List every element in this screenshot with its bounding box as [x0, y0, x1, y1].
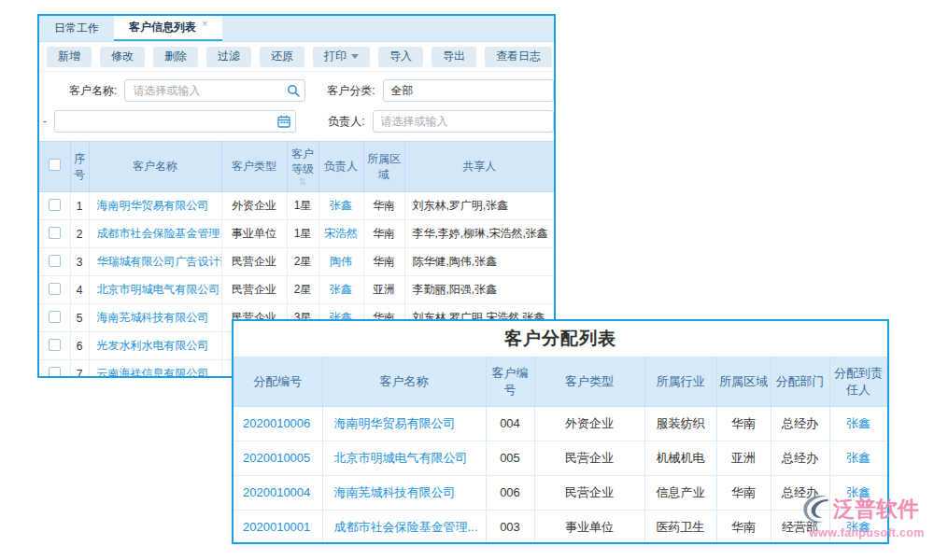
tab-bar: 日常工作 客户信息列表 ×	[39, 16, 554, 42]
region: 华南	[363, 192, 404, 220]
date-input[interactable]	[54, 110, 296, 133]
table-header-row: 序号 客户名称 客户类型 客户等级⇅ 负责人 所属区域 共享人	[39, 142, 554, 192]
customer-name-link[interactable]: 海南芜城科技有限公司	[97, 311, 209, 324]
allocation-id-link[interactable]: 2020010006	[243, 416, 310, 430]
tab-customer-info-list[interactable]: 客户信息列表 ×	[114, 16, 222, 41]
col-customer-level: 客户等级⇅	[287, 142, 318, 192]
customer-name-link[interactable]: 北京市明城电气有限公司	[334, 451, 468, 465]
search-area: 客户名称: 客户分类: -	[39, 72, 554, 133]
allocation-row: 2020010005 北京市明城电气有限公司 005 民营企业 机械机电 亚洲 …	[234, 441, 887, 475]
table-row: 1 海南明华贸易有限公司 外资企业 1星 张鑫 华南 刘东林,罗广明,张鑫	[39, 192, 554, 220]
row-checkbox[interactable]	[49, 199, 61, 211]
region: 华南	[363, 248, 404, 276]
region: 华南	[363, 220, 404, 248]
assignee-link[interactable]: 张鑫	[846, 451, 870, 465]
watermark: 泛普软件 www.fanpusoft.com	[800, 492, 934, 539]
col-shared: 共享人	[404, 142, 554, 192]
owner-link[interactable]: 张鑫	[330, 199, 352, 212]
owner-link[interactable]: 张鑫	[330, 283, 352, 296]
search-icon[interactable]	[287, 84, 300, 97]
customer-code: 004	[486, 406, 534, 441]
region: 亚洲	[716, 441, 771, 475]
owner-link[interactable]: 陶伟	[330, 255, 352, 268]
row-checkbox[interactable]	[49, 311, 61, 323]
region: 华南	[716, 510, 771, 544]
filter-button[interactable]: 过滤	[206, 47, 251, 67]
region: 华南	[716, 406, 771, 441]
customer-level: 1星	[287, 192, 318, 220]
col-allocation-id: 分配编号	[234, 357, 322, 406]
customer-name-link[interactable]: 云南海祥信息有限公司	[97, 367, 209, 378]
close-icon[interactable]: ×	[202, 18, 207, 29]
tab-daily-work[interactable]: 日常工作	[39, 16, 114, 41]
allocation-header-row: 分配编号 客户名称 客户编号 客户类型 所属行业 所属区域 分配部门 分配到责任…	[234, 357, 887, 406]
customer-type: 民营企业	[534, 441, 644, 475]
assignee-link[interactable]: 张鑫	[846, 416, 870, 430]
print-button[interactable]: 打印	[313, 47, 370, 67]
customer-type: 事业单位	[221, 220, 287, 248]
restore-button[interactable]: 还原	[260, 47, 304, 67]
customer-level: 2星	[287, 276, 318, 304]
customer-name-link[interactable]: 成都市社会保险基金管理...	[334, 520, 478, 534]
customer-category-label: 客户分类:	[324, 83, 375, 99]
allocation-id-link[interactable]: 2020010001	[243, 520, 310, 534]
import-button[interactable]: 导入	[378, 47, 423, 67]
industry: 信息产业	[644, 475, 716, 510]
allocation-row: 2020010004 海南芜城科技有限公司 006 民营企业 信息产业 华南 总…	[234, 475, 887, 510]
shared-people: 李华,李婷,柳琳,宋浩然,张鑫	[404, 220, 554, 248]
tab-label: 客户信息列表	[129, 20, 196, 35]
allocation-row: 2020010006 海南明华贸易有限公司 004 外资企业 服装纺织 华南 总…	[234, 406, 887, 441]
allocation-table: 分配编号 客户名称 客户编号 客户类型 所属行业 所属区域 分配部门 分配到责任…	[234, 357, 888, 544]
export-button[interactable]: 导出	[432, 47, 476, 67]
industry: 服装纺织	[644, 406, 716, 441]
customer-name-input[interactable]	[124, 79, 305, 102]
customer-code: 003	[486, 510, 534, 544]
region: 亚洲	[363, 276, 404, 304]
col-customer-code: 客户编号	[486, 357, 534, 406]
edit-button[interactable]: 修改	[100, 47, 145, 67]
customer-name-link[interactable]: 海南明华贸易有限公司	[97, 199, 209, 212]
customer-name-link[interactable]: 海南芜城科技有限公司	[334, 485, 456, 499]
select-all-checkbox[interactable]	[49, 159, 61, 171]
row-checkbox[interactable]	[49, 227, 61, 239]
row-checkbox[interactable]	[49, 339, 61, 351]
allocation-panel-title: 客户分配列表	[234, 321, 887, 357]
owner-input[interactable]	[373, 110, 554, 133]
chevron-down-icon	[351, 54, 359, 59]
customer-category-select[interactable]	[383, 79, 554, 102]
industry: 机械机电	[644, 441, 716, 475]
customer-type: 外资企业	[221, 192, 287, 220]
row-no: 2	[70, 220, 89, 248]
sort-icon[interactable]: ⇅	[290, 177, 317, 187]
col-no: 序号	[70, 142, 89, 192]
date-range-separator: -	[43, 115, 47, 128]
row-no: 3	[70, 248, 89, 276]
col-region: 所属区域	[363, 142, 404, 192]
col-region: 所属区域	[716, 357, 771, 406]
customer-code: 006	[486, 475, 534, 510]
row-checkbox[interactable]	[49, 255, 61, 267]
customer-name-link[interactable]: 光发水利水电有限公司	[97, 339, 209, 352]
table-row: 3 华瑞城有限公司广告设计部 民营企业 2星 陶伟 华南 陈华健,陶伟,张鑫	[39, 248, 554, 276]
row-checkbox[interactable]	[49, 283, 61, 295]
table-row: 2 成都市社会保险基金管理... 事业单位 1星 宋浩然 华南 李华,李婷,柳琳…	[39, 220, 554, 248]
col-industry: 所属行业	[644, 357, 716, 406]
customer-name-link[interactable]: 北京市明城电气有限公司	[97, 283, 220, 296]
customer-name-link[interactable]: 华瑞城有限公司广告设计部	[97, 255, 222, 268]
allocation-id-link[interactable]: 2020010004	[243, 485, 310, 499]
row-checkbox[interactable]	[49, 367, 61, 379]
row-no: 1	[70, 192, 89, 220]
customer-name-link[interactable]: 海南明华贸易有限公司	[334, 416, 456, 430]
owner-link[interactable]: 宋浩然	[324, 227, 358, 240]
delete-button[interactable]: 删除	[153, 47, 198, 67]
table-row: 4 北京市明城电气有限公司 民营企业 2星 张鑫 亚洲 李勤丽,阳强,张鑫	[39, 276, 554, 304]
calendar-icon[interactable]	[277, 115, 290, 128]
customer-type: 民营企业	[221, 248, 287, 276]
owner-label: 负责人:	[311, 114, 364, 130]
watermark-url: www.fanpusoft.com	[800, 526, 934, 539]
allocation-id-link[interactable]: 2020010005	[243, 451, 310, 465]
customer-name-link[interactable]: 成都市社会保险基金管理...	[97, 227, 222, 240]
view-log-button[interactable]: 查看日志	[485, 47, 552, 67]
add-button[interactable]: 新增	[47, 47, 92, 67]
allocation-dept: 总经办	[771, 441, 829, 475]
